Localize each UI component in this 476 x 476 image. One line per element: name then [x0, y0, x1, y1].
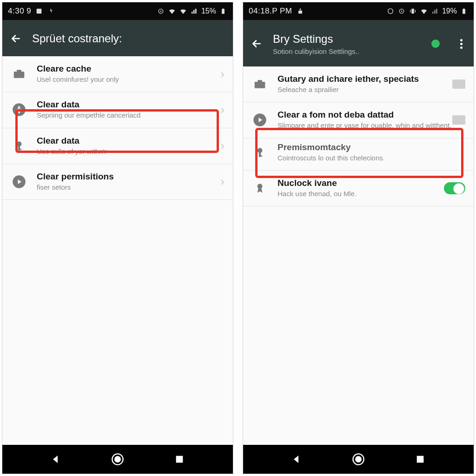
battery-percent: 15% [201, 7, 216, 15]
svg-rect-10 [18, 149, 22, 150]
notification-icon [296, 7, 304, 15]
status-dot [431, 40, 440, 48]
battery-icon [219, 7, 227, 15]
svg-rect-30 [417, 456, 424, 463]
navigation-bar [243, 445, 474, 474]
svg-rect-6 [17, 70, 21, 72]
wifi-icon-2 [179, 7, 187, 15]
page-title: Bry Settings [273, 33, 421, 46]
badge-icon [251, 180, 268, 197]
nav-home-button[interactable] [110, 452, 125, 467]
svg-rect-14 [176, 456, 183, 463]
chevron-right-icon: › [217, 174, 225, 189]
notification-icon-2 [47, 7, 55, 15]
wifi-icon [168, 7, 176, 15]
back-button[interactable] [251, 38, 263, 50]
svg-rect-0 [37, 9, 42, 14]
key-icon [11, 138, 27, 154]
row-title: Clear data [37, 99, 217, 110]
signal-icon [190, 7, 198, 15]
chevron-right-icon: › [217, 139, 225, 153]
row-nuclock[interactable]: Nuclock ivane Hack use thenad, ou Mle. [243, 171, 474, 206]
svg-rect-21 [255, 82, 265, 88]
svg-point-29 [356, 456, 361, 462]
svg-rect-26 [259, 155, 263, 156]
svg-point-13 [115, 456, 120, 462]
location-icon [157, 7, 165, 15]
nav-recents-button[interactable] [413, 452, 428, 467]
row-subtitle: fiser setors [37, 183, 217, 192]
svg-point-8 [17, 141, 22, 146]
nav-home-button[interactable] [351, 452, 366, 467]
play-circle-icon [11, 173, 27, 190]
notification-icon-1 [35, 7, 43, 15]
svg-rect-20 [463, 8, 464, 9]
more-menu-button[interactable] [456, 36, 466, 52]
row-subtitle: Cointroscuts lo out this chelecions. [278, 153, 465, 163]
row-subtitle: Sepriing our empethle canceriacd [37, 111, 217, 120]
row-title: Premismomtacky [278, 142, 465, 152]
svg-point-15 [388, 9, 393, 14]
status-bar: 04:18.P PM 19% [243, 2, 474, 20]
key-icon [251, 144, 268, 161]
play-circle-icon [251, 112, 268, 128]
nav-back-button[interactable] [48, 452, 63, 467]
svg-rect-19 [463, 9, 465, 13]
row-title: Clear data [37, 136, 217, 146]
signal-icon [431, 7, 439, 15]
row-clear-permissions[interactable]: Clear permisitions fiser setors › [2, 164, 233, 200]
navigation-bar [2, 445, 233, 474]
phone-left: 4:30 9 15% [2, 2, 233, 474]
status-clock: 4:30 9 [8, 7, 31, 16]
row-premis[interactable]: Premismomtacky Cointroscuts lo out this … [243, 139, 474, 171]
checkbox[interactable] [452, 115, 465, 125]
globe-circle-icon [11, 101, 27, 118]
toggle-switch-on[interactable] [444, 182, 465, 194]
app-header: Sprüet costranely: [2, 20, 233, 56]
row-clear-data-2[interactable]: Clear data Use culle of yer withn'r › [2, 128, 233, 164]
row-clear-cache[interactable]: Cleare cache Usel cominfures! your only … [2, 56, 233, 92]
svg-rect-5 [14, 72, 25, 78]
row-title: Clear a fom not deba dattad [278, 110, 452, 120]
svg-rect-3 [222, 9, 225, 13]
nav-recents-button[interactable] [172, 452, 187, 467]
svg-point-17 [401, 11, 403, 12]
row-title: Nuclock ivane [278, 178, 444, 188]
row-subtitle: Usel cominfures! your only [37, 75, 217, 84]
sync-icon [386, 7, 395, 15]
settings-list: Gutary and ichare iether, speciats Selea… [243, 66, 474, 445]
battery-icon [460, 7, 468, 15]
chevron-right-icon: › [217, 103, 225, 117]
svg-point-27 [258, 184, 263, 189]
settings-list: Cleare cache Usel cominfures! your only … [2, 56, 233, 445]
app-header: Bry Settings Sotion culibyision Settling… [243, 20, 474, 66]
chevron-right-icon: › [217, 67, 225, 81]
location-icon [397, 7, 406, 15]
status-clock: 04:18.P PM [249, 7, 292, 16]
phone-right: 04:18.P PM 19% [243, 2, 474, 474]
row-clear-data-1[interactable]: Clear data Sepriing our empethle canceri… [2, 92, 233, 128]
row-title: Cleare cache [37, 64, 217, 74]
page-subtitle: Sotion culibyision Settlings.. [273, 47, 421, 55]
svg-point-2 [160, 11, 162, 12]
row-title: Gutary and ichare iether, speciats [278, 74, 452, 84]
checkbox[interactable] [452, 79, 465, 89]
row-subtitle: Hack use thenad, ou Mle. [278, 189, 444, 198]
briefcase-icon [251, 76, 268, 93]
row-title: Clear permisitions [37, 172, 217, 182]
svg-rect-22 [258, 80, 262, 82]
row-subtitle: Seleache a sprailier [278, 85, 452, 94]
svg-point-24 [258, 148, 263, 153]
vibrate-icon [409, 7, 417, 15]
status-bar: 4:30 9 15% [2, 2, 233, 20]
svg-rect-4 [223, 8, 224, 9]
nav-back-button[interactable] [289, 452, 304, 467]
back-button[interactable] [10, 33, 22, 45]
wifi-icon [420, 7, 428, 15]
row-clear-fom[interactable]: Clear a fom not deba dattad Slimpare and… [243, 102, 474, 138]
battery-percent: 19% [442, 7, 457, 15]
row-gutary[interactable]: Gutary and ichare iether, speciats Selea… [243, 66, 474, 102]
row-subtitle: Slimpare and ente pr vase for ouable, wh… [278, 121, 452, 130]
briefcase-icon [11, 66, 27, 82]
svg-rect-18 [411, 9, 414, 14]
